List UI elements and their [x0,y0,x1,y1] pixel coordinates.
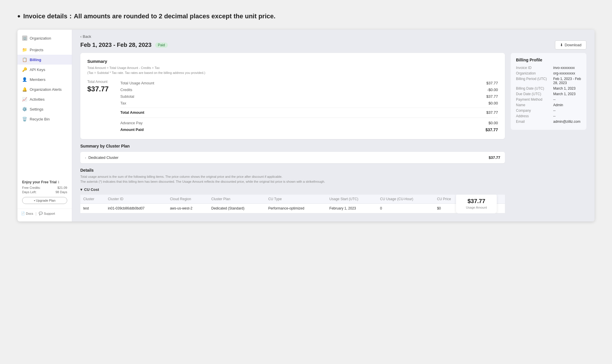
header-cloud-region: Cloud Region [170,197,191,201]
summary-row-tax: Tax $0.00 [120,100,498,106]
free-credits-value: $21.09 [57,186,67,189]
upgrade-button[interactable]: Upgrade Plan [22,197,67,204]
bp-row-org: Organization org-xxxxxxxxx [516,71,581,75]
td-cloud-region: aws-us-west-2 [167,204,208,213]
activities-icon: 📈 [22,97,27,102]
sidebar-item-org-alerts[interactable]: 🔔 Organization Alerts [17,84,72,94]
invoice-period: Feb 1, 2023 - Feb 28, 2023 [80,42,152,48]
bp-row-address: Address -- [516,114,581,118]
row-label-tax: Tax [120,101,126,105]
upgrade-label: Upgrade Plan [36,199,55,202]
amount-paid-label: Amount Paid [120,127,143,132]
bp-label-payment-method: Payment Method [516,97,551,102]
sidebar-label-projects: Projects [30,48,43,52]
advance-pay-label: Advance Pay [120,121,143,125]
row-value-subtotal: $37.77 [486,94,498,99]
bp-value-payment-method: -- [553,97,556,102]
cluster-chevron-icon: › [85,156,86,159]
advance-pay-value: $0.00 [488,121,498,125]
sidebar-item-api-keys[interactable]: 🔑 API Keys [17,65,72,74]
back-chevron-icon: ‹ [80,34,81,39]
trial-header-text: Enjoy your Free Trial [22,180,57,184]
sidebar-item-members[interactable]: 👤 Members [17,74,72,84]
bp-value-billing-period: Feb 1, 2023 - Feb 28, 2023 [553,77,581,85]
sidebar-item-billing[interactable]: 📋 Billing [17,55,72,65]
row-label-usage: Total Usage Amount [120,81,154,85]
td-cluster-plan: Dedicated (Standard) [208,204,265,213]
sidebar-label-org-alerts: Organization Alerts [30,87,62,92]
bp-value-address: -- [553,114,556,118]
top-note: Invoice details：All amounts are rounded … [17,12,595,21]
sidebar: 🏢 Organization 📁 Projects 📋 Billing 🔑 AP… [17,30,72,221]
cu-cost-header[interactable]: ▾ CU Cost [80,187,505,192]
trial-days-row: Days Left: 98 Days [22,190,67,194]
dedicated-cluster-row[interactable]: › Dedicated Cluster $37.77 [80,152,505,163]
docs-icon: 📄 [21,212,25,215]
th-cluster-id: Cluster ID [105,195,167,204]
invoice-title-row: Feb 1, 2023 - Feb 28, 2023 Paid [80,42,168,48]
sidebar-item-settings[interactable]: ⚙️ Settings [17,104,72,114]
support-icon: 💬 [39,212,43,215]
sidebar-item-activities[interactable]: 📈 Activities [17,94,72,104]
back-button[interactable]: ‹ Back [80,34,586,39]
cluster-summary-title: Summary by Cluster Plan [80,144,505,148]
download-button[interactable]: ⬇ Download [555,40,586,49]
header-cu-price: CU Price [437,197,451,201]
header-cu-type: CU Type [268,197,282,201]
bp-row-name: Name Admin [516,103,581,107]
sidebar-item-recycle-bin[interactable]: 🗑️ Recycle Bin [17,114,72,124]
docs-link[interactable]: 📄 Docs [21,211,33,216]
billing-profile-title: Billing Profile [516,58,581,62]
th-cluster: Cluster [80,195,105,204]
floating-total-box: $37.77 Usage Amount [456,195,497,213]
bp-row-payment-method: Payment Method -- [516,97,581,102]
total-amount-block: Total Amount $37.77 [87,80,109,93]
th-cloud-region: Cloud Region [167,195,208,204]
td-cluster-id: in01-039cb86ddb0bd07 [105,204,167,213]
support-link[interactable]: 💬 Support [39,211,55,216]
row-label-credits: Credits [120,88,132,92]
floating-total-value: $37.77 [461,198,492,205]
left-panel: Summary Total Amount = Total Usage Amoun… [80,53,505,213]
bp-label-invoice-id: Invoice ID [516,66,551,70]
bp-label-billing-date: Billing Date (UTC) [516,86,551,90]
members-icon: 👤 [22,77,27,82]
details-subtitle-line1: Total usage amount is the sum of the fol… [80,175,282,178]
main-body: Summary Total Amount = Total Usage Amoun… [72,53,595,221]
cluster-row-left: › Dedicated Cluster [85,155,118,160]
org-label: Organization [30,36,51,40]
row-label-subtotal: Subtotal [120,94,134,99]
sidebar-item-projects[interactable]: 📁 Projects [17,45,72,55]
cell-cloud-region: aws-us-west-2 [170,206,192,210]
bp-row-due-date: Due Date (UTC) March 1, 2023 [516,92,581,96]
bp-value-company: -- [553,109,556,113]
org-icon: 🏢 [22,35,27,41]
summary-subtitle-line1: Total Amount = Total Usage Amount - Cred… [87,66,159,70]
summary-table: Total Usage Amount $37.77 Credits -$0.00… [120,80,498,133]
support-label: Support [44,212,55,215]
bp-value-org: org-xxxxxxxxx [553,71,575,75]
cluster-value: $37.77 [489,155,500,160]
table-wrapper: Cluster Cluster ID Cloud Region Cluster … [80,195,505,213]
header-cluster-plan: Cluster Plan [211,197,230,201]
summary-row-advance-pay: Advance Pay $0.00 [120,120,498,126]
bp-label-org: Organization [516,71,551,75]
details-section: Details Total usage amount is the sum of… [80,168,505,213]
bp-value-email: admin@zilliz.com [553,120,581,124]
cell-cluster: test [83,206,89,210]
main-content-area: ‹ Back Feb 1, 2023 - Feb 28, 2023 Paid ⬇… [72,30,595,221]
row-value-tax: $0.00 [488,101,498,105]
row-label-total: Total Amount [120,110,144,115]
bp-label-billing-period: Billing Period (UTC) [516,77,551,85]
td-usage-start: February 1, 2023 [327,204,377,213]
days-left-value: 98 Days [56,190,67,194]
sidebar-label-billing: Billing [30,58,41,62]
bp-row-company: Company -- [516,109,581,113]
bp-label-email: Email [516,120,551,124]
summary-title: Summary [87,59,498,64]
cluster-label: Dedicated Cluster [88,155,118,160]
billing-icon: 📋 [22,57,27,62]
bp-row-email: Email admin@zilliz.com [516,120,581,124]
summary-subtitle: Total Amount = Total Usage Amount - Cred… [87,65,498,75]
summary-row-total: Total Amount $37.77 [120,108,498,116]
